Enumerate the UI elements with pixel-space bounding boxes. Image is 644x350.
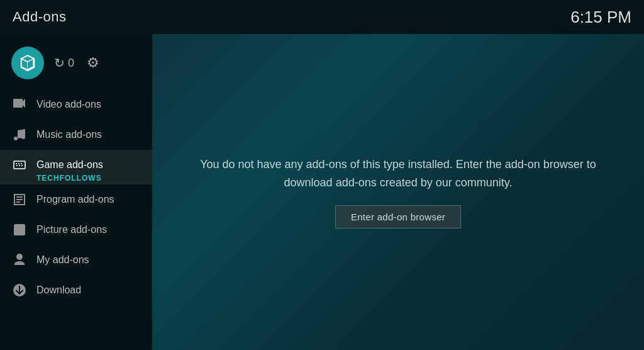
sidebar-item-myaddon[interactable]: My add-ons [0,245,152,275]
sidebar-item-video[interactable]: Video add-ons [0,89,152,120]
game-icon [11,157,28,173]
game-addons-label: Game add-ons [36,159,141,171]
video-addons-label: Video add-ons [36,99,141,110]
main-layout: ↻ 0 ⚙ Video add-ons Music add-ons [0,34,644,350]
sidebar-item-download[interactable]: Download [0,275,152,305]
picture-addons-label: Picture add-ons [36,224,141,235]
refresh-count: 0 [68,57,74,70]
addon-browser-icon-button[interactable] [11,47,44,79]
video-icon [11,96,28,113]
myaddon-icon [11,252,28,268]
page-title: Add-ons [13,9,66,25]
clock: 6:15 PM [570,8,631,27]
refresh-icon: ↻ [54,55,65,71]
svg-point-2 [14,137,18,140]
empty-state: You do not have any add-ons of this type… [178,143,618,242]
picture-icon [11,222,28,238]
techfollows-badge: TECHFOLLOWS [36,174,102,183]
sidebar-item-program[interactable]: Program add-ons [0,184,152,215]
music-icon [11,127,28,143]
music-addons-label: Music add-ons [36,129,141,140]
myaddon-label: My add-ons [36,254,141,266]
content-area: You do not have any add-ons of this type… [152,34,644,350]
program-icon [11,191,28,208]
sidebar-nav: Video add-ons Music add-ons Game add-ons… [0,89,152,350]
enter-addon-browser-button[interactable]: Enter add-on browser [335,205,461,229]
empty-state-message: You do not have any add-ons of this type… [191,155,606,192]
svg-marker-1 [23,99,25,108]
sidebar-item-music[interactable]: Music add-ons [0,120,152,150]
download-icon [11,282,28,298]
sidebar-top: ↻ 0 ⚙ [0,40,152,89]
svg-rect-0 [13,99,23,108]
download-label: Download [36,285,141,296]
settings-button[interactable]: ⚙ [84,55,99,71]
sidebar-item-game[interactable]: Game add-ons TECHFOLLOWS [0,150,152,184]
program-addons-label: Program add-ons [36,194,141,205]
svg-point-3 [21,135,25,139]
refresh-button[interactable]: ↻ 0 [54,55,74,71]
gear-icon: ⚙ [87,55,99,71]
header: Add-ons 6:15 PM [0,0,644,34]
sidebar: ↻ 0 ⚙ Video add-ons Music add-ons [0,34,152,350]
sidebar-item-picture[interactable]: Picture add-ons [0,215,152,245]
package-icon [18,54,37,72]
svg-point-5 [16,227,18,229]
